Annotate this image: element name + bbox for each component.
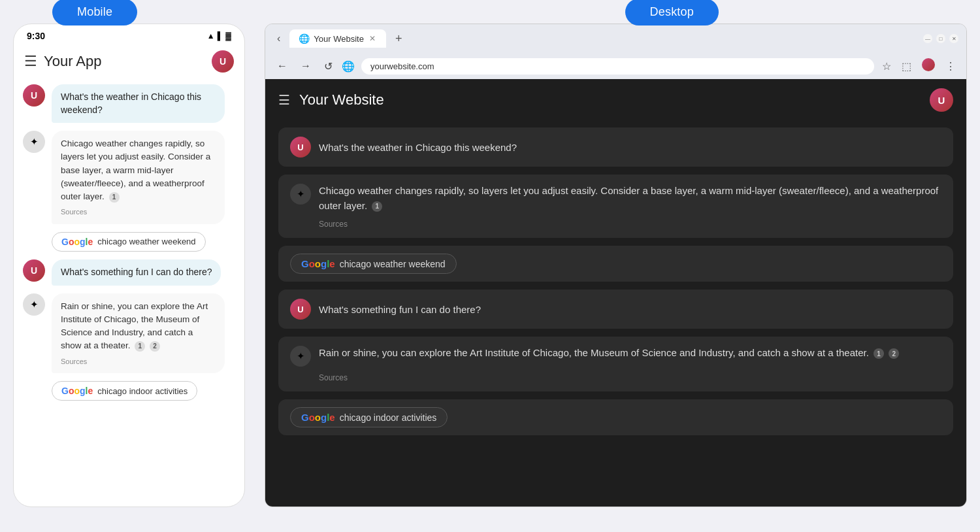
desktop-button[interactable]: Desktop (625, 0, 719, 25)
d-chip-inner-2[interactable]: Google chicago indoor activities (290, 407, 448, 427)
profile-button[interactable] (919, 57, 938, 75)
mobile-msg-4-ai: ✦ Rain or shine, you can explore the Art… (23, 293, 235, 374)
signal-icon: ▌ (218, 31, 223, 41)
site-title: Your Website (299, 91, 921, 108)
mobile-chat-area: U What's the weather in Chicago this wee… (14, 78, 244, 507)
google-favicon-address: 🌐 (342, 60, 355, 73)
browser-content: ☰ Your Website U U What's the weather in… (265, 79, 966, 507)
d-sources-2: Sources (319, 373, 941, 382)
d-chip-1-label: chicago weather weekend (340, 259, 446, 269)
d-ai-row-1: ✦ Chicago weather changes rapidly, so la… (290, 184, 941, 213)
desktop-msg-1-user: U What's the weather in Chicago this wee… (278, 127, 953, 167)
d-ai-row-2: ✦ Rain or shine, you can explore the Art… (290, 346, 941, 367)
d-source-num-2a: 1 (874, 348, 884, 359)
ai-avatar-1: ✦ (23, 131, 45, 153)
tab-back-nav[interactable]: ‹ (273, 30, 284, 47)
desktop-google-chip-1[interactable]: Google chicago weather weekend (278, 246, 953, 282)
site-user-avatar: U (930, 88, 953, 112)
desktop-google-chip-2[interactable]: Google chicago indoor activities (278, 399, 953, 435)
minimize-button[interactable]: — (923, 34, 932, 43)
desktop-msg-4-ai: ✦ Rain or shine, you can explore the Art… (278, 337, 953, 391)
more-options-button[interactable]: ⋮ (943, 59, 958, 74)
desktop-chat-area: U What's the weather in Chicago this wee… (265, 121, 966, 507)
d-source-num-1: 1 (372, 201, 382, 212)
source-num-1: 1 (109, 192, 120, 203)
browser-action-icons: ☆ ⬚ ⋮ (879, 57, 958, 75)
back-button[interactable]: ← (273, 59, 291, 73)
mobile-chip-2-label: chicago indoor activities (97, 386, 188, 396)
extensions-button[interactable]: ⬚ (899, 59, 914, 74)
forward-button[interactable]: → (297, 59, 315, 73)
close-button[interactable]: ✕ (949, 34, 958, 43)
user-avatar-2: U (23, 259, 45, 282)
d-chip-2-label: chicago indoor activities (340, 412, 437, 423)
mobile-status-bar: 9:30 ▲ ▌ ▓ (14, 24, 244, 45)
d-chip-inner-1[interactable]: Google chicago weather weekend (290, 254, 457, 274)
desktop-msg-2-ai: ✦ Chicago weather changes rapidly, so la… (278, 175, 953, 238)
site-header: ☰ Your Website U (265, 79, 966, 121)
mobile-msg-1-user: U What's the weather in Chicago this wee… (23, 84, 235, 123)
mobile-msg-2-ai: ✦ Chicago weather changes rapidly, so la… (23, 131, 235, 224)
mobile-google-chip-2[interactable]: Google chicago indoor activities (52, 381, 197, 401)
main-area: 9:30 ▲ ▌ ▓ ☰ Your App U U What's the wea… (0, 24, 980, 532)
mobile-user-bubble-2: What's something fun I can do there? (52, 259, 221, 286)
site-hamburger-icon[interactable]: ☰ (278, 92, 290, 108)
reload-button[interactable]: ↺ (320, 59, 336, 74)
tab-close-button[interactable]: ✕ (368, 34, 377, 43)
d-ai-text-2: Rain or shine, you can explore the Art I… (319, 346, 899, 361)
browser-title-bar: ‹ 🌐 Your Website ✕ + — □ ✕ (265, 24, 966, 53)
source-num-2a: 1 (135, 341, 145, 352)
address-bar-input[interactable] (361, 58, 874, 75)
d-user-avatar-2: U (290, 299, 311, 320)
desktop-msg-3-user: U What's something fun I can do there? (278, 290, 953, 329)
mobile-user-bubble-1: What's the weather in Chicago this weeke… (52, 84, 225, 123)
mobile-ai-bubble-2: Rain or shine, you can explore the Art I… (52, 293, 225, 374)
mobile-user-avatar: U (212, 50, 234, 73)
mobile-panel: 9:30 ▲ ▌ ▓ ☰ Your App U U What's the wea… (13, 24, 245, 507)
d-ai-avatar-2: ✦ (290, 346, 311, 367)
wifi-icon: ▲ (207, 31, 215, 41)
sources-label-2: Sources (61, 356, 216, 367)
new-tab-button[interactable]: + (391, 32, 406, 46)
d-ai-text-1: Chicago weather changes rapidly, so laye… (319, 184, 941, 213)
mobile-app-title: Your App (44, 53, 205, 70)
tab-favicon: 🌐 (299, 33, 310, 44)
window-controls: — □ ✕ (923, 34, 958, 43)
d-sources-1: Sources (319, 220, 941, 229)
mobile-chip-1-label: chicago weather weekend (97, 237, 195, 246)
maximize-button[interactable]: □ (936, 34, 945, 43)
sources-label-1: Sources (61, 207, 216, 218)
tab-title: Your Website (314, 34, 364, 44)
d-source-num-2b: 2 (889, 348, 899, 359)
hamburger-icon[interactable]: ☰ (24, 53, 37, 70)
d-user-text-1: What's the weather in Chicago this weeke… (319, 142, 517, 153)
browser-tab[interactable]: 🌐 Your Website ✕ (289, 29, 386, 48)
mobile-ai-bubble-1: Chicago weather changes rapidly, so laye… (52, 131, 225, 224)
source-num-2b: 2 (150, 341, 160, 352)
user-avatar-1: U (23, 84, 45, 107)
status-icons: ▲ ▌ ▓ (207, 31, 231, 41)
ai-avatar-2: ✦ (23, 293, 45, 316)
d-user-text-2: What's something fun I can do there? (319, 304, 481, 315)
desktop-panel: ‹ 🌐 Your Website ✕ + — □ ✕ ← → ↺ 🌐 (265, 24, 967, 507)
status-time: 9:30 (27, 31, 45, 41)
top-buttons-bar: Mobile Desktop (0, 0, 980, 24)
d-ai-avatar-1: ✦ (290, 184, 311, 205)
mobile-app-bar: ☰ Your App U (14, 45, 244, 78)
d-user-avatar-1: U (290, 137, 311, 158)
mobile-msg-3-user: U What's something fun I can do there? (23, 259, 235, 286)
bookmark-button[interactable]: ☆ (879, 59, 894, 74)
mobile-button[interactable]: Mobile (52, 0, 137, 25)
browser-address-bar: ← → ↺ 🌐 ☆ ⬚ ⋮ (265, 53, 966, 79)
mobile-google-chip-1[interactable]: Google chicago weather weekend (52, 232, 206, 252)
battery-icon: ▓ (225, 31, 231, 41)
